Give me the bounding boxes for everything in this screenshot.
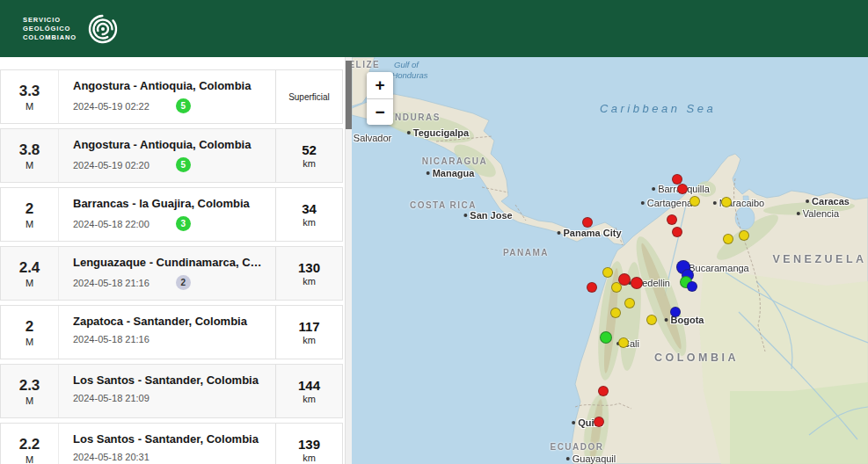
depth-unit: km — [303, 217, 316, 228]
magnitude-unit: M — [26, 101, 33, 112]
magnitude-value: 3.8 — [19, 141, 40, 159]
depth-value: 130 — [298, 260, 320, 275]
depth-cell: 139km — [275, 424, 342, 464]
zoom-out-button[interactable]: − — [367, 98, 393, 125]
magnitude-value: 2.4 — [19, 259, 40, 277]
earthquake-marker[interactable] — [672, 227, 682, 237]
logo-line-1: SERVICIO — [23, 16, 77, 25]
event-meta: 2024-05-18 20:31 — [73, 452, 268, 462]
earthquake-marker[interactable] — [667, 214, 677, 225]
depth-unit: km — [303, 453, 316, 463]
earthquake-marker[interactable] — [611, 282, 622, 293]
magnitude-value: 2 — [26, 200, 33, 218]
event-info: Angostura - Antioquia, Colombia2024-05-1… — [59, 70, 275, 123]
magnitude-cell: 2.4M — [1, 247, 59, 300]
magnitude-value: 3.3 — [19, 83, 40, 100]
magnitude-value: 2.3 — [19, 377, 40, 395]
earthquake-marker[interactable] — [587, 282, 597, 293]
depth-cell: 144km — [275, 365, 342, 417]
sgc-logo[interactable]: SERVICIO GEOLÓGICO COLOMBIANO — [23, 11, 120, 47]
spiral-logo-icon — [85, 11, 120, 47]
earthquake-list-item[interactable]: 2MBarrancas - la Guajira, Colombia2024-0… — [0, 187, 343, 242]
intensity-badge: 2 — [176, 275, 191, 290]
earthquake-list-item[interactable]: 2MZapatoca - Santander, Colombia2024-05-… — [0, 305, 343, 359]
event-datetime: 2024-05-19 02:22 — [73, 101, 150, 112]
event-title: Angostura - Antioquia, Colombia — [73, 79, 268, 92]
earthquake-marker[interactable] — [582, 217, 593, 228]
magnitude-unit: M — [26, 160, 33, 170]
event-title: Barrancas - la Guajira, Colombia — [73, 197, 268, 210]
magnitude-value: 2.2 — [19, 436, 40, 453]
earthquake-marker[interactable] — [610, 308, 621, 318]
intensity-badge: 5 — [176, 157, 191, 172]
zoom-in-button[interactable]: + — [367, 72, 393, 98]
earthquake-marker[interactable] — [670, 307, 681, 317]
magnitude-value: 2 — [26, 318, 33, 336]
event-meta: 2024-05-18 22:003 — [73, 216, 268, 231]
earthquake-marker[interactable] — [594, 417, 604, 427]
magnitude-cell: 3.3M — [1, 70, 59, 123]
earthquake-marker[interactable] — [602, 267, 613, 278]
scrollbar-thumb[interactable] — [346, 61, 352, 129]
depth-label: Superficial — [288, 92, 330, 102]
earthquake-marker[interactable] — [723, 234, 733, 244]
earthquake-marker[interactable] — [618, 337, 629, 348]
event-title: Zapatoca - Santander, Colombia — [73, 315, 268, 328]
earthquake-marker[interactable] — [689, 196, 700, 207]
earthquake-marker[interactable] — [687, 281, 697, 292]
depth-value: 117 — [298, 319, 319, 334]
event-title: Los Santos - Santander, Colombia — [73, 373, 268, 387]
earthquake-list-item[interactable]: 3.8MAngostura - Antioquia, Colombia2024-… — [0, 128, 343, 183]
magnitude-cell: 2M — [1, 306, 59, 359]
event-meta: 2024-05-19 02:225 — [73, 98, 268, 113]
event-datetime: 2024-05-19 02:20 — [73, 160, 150, 170]
earthquake-marker[interactable] — [624, 298, 635, 308]
event-info: Barrancas - la Guajira, Colombia2024-05-… — [59, 188, 275, 241]
event-title: Angostura - Antioquia, Colombia — [73, 138, 268, 151]
event-meta: 2024-05-18 21:16 — [73, 334, 268, 344]
depth-cell: 130km — [275, 247, 342, 300]
event-datetime: 2024-05-18 21:09 — [73, 393, 150, 403]
magnitude-unit: M — [26, 219, 33, 229]
earthquake-marker[interactable] — [721, 197, 732, 207]
earthquake-list: 3.3MAngostura - Antioquia, Colombia2024-… — [0, 57, 345, 464]
earthquake-marker[interactable] — [677, 184, 688, 194]
zoom-control: + − — [367, 72, 393, 125]
magnitude-cell: 3.8M — [1, 129, 59, 182]
earthquake-marker[interactable] — [631, 277, 643, 289]
depth-unit: km — [303, 276, 316, 286]
earthquake-marker[interactable] — [739, 230, 749, 241]
depth-unit: km — [303, 335, 316, 345]
earthquake-list-item[interactable]: 3.3MAngostura - Antioquia, Colombia2024-… — [0, 69, 343, 124]
depth-value: 34 — [302, 201, 317, 216]
earthquake-marker[interactable] — [646, 315, 657, 325]
scrollbar[interactable] — [345, 57, 352, 464]
map[interactable]: BELIZEGulf ofHondurasHONDURASSalvadorTeg… — [352, 57, 868, 464]
event-info: Zapatoca - Santander, Colombia2024-05-18… — [59, 306, 275, 359]
depth-cell: 117km — [275, 306, 342, 359]
magnitude-cell: 2.2M — [1, 424, 59, 464]
event-meta: 2024-05-18 21:09 — [73, 393, 268, 403]
depth-cell: Superficial — [275, 70, 342, 123]
event-datetime: 2024-05-18 22:00 — [73, 219, 150, 229]
depth-value: 52 — [302, 142, 317, 157]
event-datetime: 2024-05-18 21:16 — [73, 278, 150, 288]
depth-cell: 34km — [275, 188, 342, 241]
depth-cell: 52km — [275, 129, 342, 182]
depth-value: 144 — [298, 378, 320, 393]
earthquake-list-item[interactable]: 2.3MLos Santos - Santander, Colombia2024… — [0, 364, 343, 418]
sgc-logo-text: SERVICIO GEOLÓGICO COLOMBIANO — [23, 16, 77, 42]
event-meta: 2024-05-19 02:205 — [73, 157, 268, 172]
earthquake-list-item[interactable]: 2.2MLos Santos - Santander, Colombia2024… — [0, 423, 343, 464]
logo-line-3: COLOMBIANO — [23, 33, 77, 42]
depth-unit: km — [303, 394, 316, 404]
intensity-badge: 5 — [176, 98, 191, 113]
magnitude-unit: M — [26, 278, 33, 288]
map-basemap — [352, 57, 868, 464]
event-meta: 2024-05-18 21:162 — [73, 275, 268, 290]
earthquake-marker[interactable] — [600, 331, 612, 344]
magnitude-cell: 2M — [1, 188, 59, 241]
earthquake-list-item[interactable]: 2.4MLenguazaque - Cundinamarca, Colo...2… — [0, 246, 343, 301]
app-header: SERVICIO GEOLÓGICO COLOMBIANO — [0, 0, 868, 57]
earthquake-marker[interactable] — [598, 386, 609, 396]
